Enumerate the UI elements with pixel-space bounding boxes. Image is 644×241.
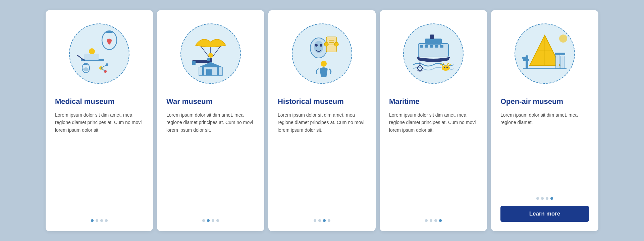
- svg-line-16: [212, 46, 221, 57]
- dot-4: [550, 197, 553, 200]
- illustration-circle-medical: [69, 23, 129, 84]
- illustration-circle-maritime: [403, 23, 464, 84]
- medical-icon: [74, 28, 124, 79]
- dot-1: [202, 219, 205, 222]
- card-dots-maritime: [389, 219, 478, 222]
- svg-point-32: [324, 42, 328, 46]
- svg-rect-60: [555, 53, 565, 55]
- card-title-medical: Medical museum: [55, 97, 144, 106]
- svg-rect-3: [84, 54, 99, 60]
- svg-point-29: [315, 44, 318, 47]
- svg-line-14: [201, 46, 209, 57]
- card-title-openair: Open-air museum: [500, 97, 589, 106]
- svg-rect-39: [425, 39, 442, 45]
- cards-container: Medical museum Lorem ipsum dolor sit dim…: [32, 2, 612, 239]
- card-content-openair: Open-air museum Lorem ipsum dolor sit di…: [491, 97, 598, 222]
- card-text-medical: Lorem ipsum dolor sit dim amet, mea regi…: [55, 111, 144, 213]
- card-title-historical: Historical museum: [278, 97, 366, 106]
- dot-3: [100, 219, 103, 222]
- dot-4: [105, 219, 108, 222]
- card-illustration-historical: [268, 10, 376, 97]
- card-illustration-war: [157, 10, 264, 97]
- card-dots-openair: [500, 197, 589, 200]
- dot-3: [323, 219, 326, 222]
- card-content-maritime: Maritime Lorem ipsum dolor sit dim amet,…: [380, 97, 487, 222]
- svg-line-11: [101, 65, 107, 68]
- card-illustration-medical: [46, 10, 153, 97]
- card-text-openair: Lorem ipsum dolor sit dim amet, mea regi…: [500, 111, 589, 190]
- dot-2: [430, 219, 432, 222]
- svg-rect-56: [523, 59, 529, 61]
- svg-point-50: [444, 67, 445, 68]
- card-historical: Historical museum Lorem ipsum dolor sit …: [268, 10, 376, 231]
- svg-point-7: [83, 67, 89, 71]
- card-title-maritime: Maritime: [389, 97, 478, 106]
- dot-3: [434, 219, 437, 222]
- card-content-medical: Medical museum Lorem ipsum dolor sit dim…: [46, 97, 153, 222]
- dot-2: [318, 219, 321, 222]
- dot-3: [546, 197, 548, 200]
- svg-rect-21: [192, 61, 196, 65]
- dot-4: [216, 219, 219, 222]
- svg-rect-24: [206, 69, 212, 75]
- card-medical: Medical museum Lorem ipsum dolor sit dim…: [46, 10, 153, 231]
- svg-rect-59: [561, 56, 564, 69]
- card-title-war: War museum: [166, 97, 255, 106]
- svg-rect-43: [430, 45, 433, 48]
- dot-1: [314, 219, 316, 222]
- svg-rect-44: [435, 45, 438, 48]
- dot-2: [207, 219, 210, 222]
- card-text-war: Lorem ipsum dolor sit dim amet, mea regi…: [166, 111, 255, 213]
- svg-point-37: [321, 61, 327, 67]
- svg-rect-6: [84, 63, 88, 65]
- dot-1: [425, 219, 428, 222]
- svg-point-62: [559, 35, 567, 43]
- svg-rect-25: [202, 67, 204, 75]
- svg-line-12: [101, 68, 105, 71]
- svg-point-4: [89, 48, 95, 54]
- svg-rect-42: [425, 45, 428, 48]
- dot-2: [96, 219, 98, 222]
- historical-icon: [297, 28, 347, 79]
- war-icon: [185, 28, 236, 79]
- card-illustration-openair: [491, 10, 598, 97]
- svg-rect-26: [217, 67, 219, 75]
- dot-1: [536, 197, 539, 200]
- svg-point-51: [446, 67, 448, 68]
- svg-point-30: [320, 44, 322, 47]
- svg-rect-45: [440, 45, 443, 48]
- svg-rect-20: [207, 58, 210, 61]
- svg-rect-41: [420, 45, 423, 48]
- card-dots-medical: [55, 219, 144, 222]
- svg-point-17: [208, 53, 213, 58]
- dot-4: [439, 219, 442, 222]
- card-content-historical: Historical museum Lorem ipsum dolor sit …: [268, 97, 376, 222]
- openair-icon: [520, 28, 570, 79]
- dot-1: [91, 219, 94, 222]
- svg-marker-23: [199, 62, 222, 67]
- svg-point-49: [442, 65, 450, 71]
- card-illustration-maritime: [380, 10, 487, 97]
- illustration-circle-historical: [292, 23, 352, 84]
- dot-4: [328, 219, 330, 222]
- svg-line-13: [77, 55, 84, 60]
- card-dots-historical: [278, 219, 366, 222]
- svg-rect-57: [522, 57, 526, 59]
- svg-rect-58: [556, 54, 559, 69]
- maritime-icon: [408, 28, 459, 79]
- learn-more-button[interactable]: Learn more: [500, 206, 589, 222]
- card-openair: Open-air museum Lorem ipsum dolor sit di…: [491, 10, 598, 231]
- svg-point-33: [334, 42, 338, 46]
- illustration-circle-openair: [515, 23, 575, 84]
- illustration-circle-war: [180, 23, 241, 84]
- card-war: War museum Lorem ipsum dolor sit dim ame…: [157, 10, 264, 231]
- card-text-maritime: Lorem ipsum dolor sit dim amet, mea regi…: [389, 111, 478, 213]
- card-content-war: War museum Lorem ipsum dolor sit dim ame…: [157, 97, 264, 222]
- dot-3: [212, 219, 214, 222]
- svg-rect-40: [430, 35, 434, 39]
- card-dots-war: [166, 219, 255, 222]
- svg-rect-1: [106, 31, 113, 33]
- dot-2: [541, 197, 544, 200]
- card-text-historical: Lorem ipsum dolor sit dim amet, mea regi…: [278, 111, 366, 213]
- card-maritime: Maritime Lorem ipsum dolor sit dim amet,…: [380, 10, 487, 231]
